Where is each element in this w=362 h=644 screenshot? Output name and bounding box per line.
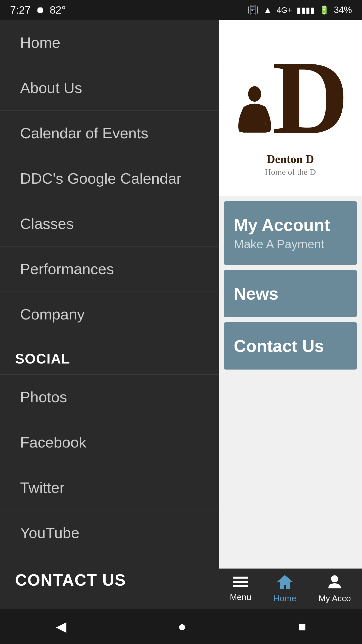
sidebar-item-label: Calendar of Events xyxy=(20,125,148,142)
sidebar-item-label: Home xyxy=(20,34,60,51)
sidebar-item-company[interactable]: Company xyxy=(0,292,219,337)
svg-rect-3 xyxy=(233,585,248,587)
bottom-nav-home[interactable]: Home xyxy=(274,574,296,603)
contact-us-footer-label[interactable]: CONTACT US xyxy=(0,555,219,605)
menu-icon xyxy=(233,576,248,591)
account-icon xyxy=(327,574,342,592)
sidebar-item-ddcs-google-calendar[interactable]: DDC's Google Calendar xyxy=(0,156,219,201)
social-section-header: SOCIAL xyxy=(0,337,219,375)
sidebar-item-calendar-of-events[interactable]: Calendar of Events xyxy=(0,111,219,156)
svg-rect-1 xyxy=(233,577,248,579)
signal-icon: 4G+ xyxy=(277,6,292,15)
bottom-nav-account[interactable]: My Acco xyxy=(319,574,351,603)
time-display: 7:27 xyxy=(10,4,31,16)
bottom-nav-home-label: Home xyxy=(274,593,296,603)
sidebar-item-label: About Us xyxy=(20,79,82,97)
sidebar-item-facebook[interactable]: Facebook xyxy=(0,420,219,465)
android-recent-button[interactable]: ■ xyxy=(298,618,306,634)
home-icon xyxy=(277,574,293,592)
sidebar-item-label: Company xyxy=(20,306,85,323)
sidebar-item-about-us[interactable]: About Us xyxy=(0,65,219,111)
sidebar-item-label: Facebook xyxy=(20,434,86,451)
vibrate-icon: 📳 xyxy=(247,5,259,15)
sidebar-drawer: Home About Us Calendar of Events DDC's G… xyxy=(0,20,219,609)
sidebar-item-label: Photos xyxy=(20,388,67,406)
android-nav-bar: ◀ ● ■ xyxy=(0,609,362,644)
svg-rect-2 xyxy=(233,581,248,583)
my-account-card-title: My Account xyxy=(234,215,347,235)
android-back-button[interactable]: ◀ xyxy=(56,618,66,634)
bottom-navigation: Menu Home My Acco xyxy=(219,569,362,609)
temperature-display: 82° xyxy=(50,4,66,16)
battery-percent: 34% xyxy=(334,5,352,15)
sidebar-item-label: Performances xyxy=(20,260,114,278)
sidebar-item-home[interactable]: Home xyxy=(0,20,219,65)
sidebar-item-label: Classes xyxy=(20,215,74,232)
logo-area: D Denton D Home of the D xyxy=(219,20,362,196)
news-card[interactable]: News xyxy=(224,270,357,317)
svg-point-5 xyxy=(331,575,338,582)
sidebar-item-photos[interactable]: Photos xyxy=(0,375,219,420)
status-left: 7:27 ⏺ 82° xyxy=(10,4,66,16)
sidebar-item-youtube[interactable]: YouTube xyxy=(0,510,219,555)
svg-point-0 xyxy=(248,86,261,101)
sidebar-item-twitter[interactable]: Twitter xyxy=(0,465,219,510)
recorder-icon: ⏺ xyxy=(36,5,45,15)
right-panel: D Denton D Home of the D My Account Make… xyxy=(219,20,362,609)
my-account-card-subtitle: Make A Payment xyxy=(234,237,347,251)
wifi-icon: ▲ xyxy=(263,5,272,15)
sidebar-item-classes[interactable]: Classes xyxy=(0,201,219,247)
bottom-nav-account-label: My Acco xyxy=(319,593,351,603)
logo-name: Denton D xyxy=(267,152,314,166)
sidebar-item-label: Twitter xyxy=(20,479,65,496)
android-home-button[interactable]: ● xyxy=(178,618,186,634)
sidebar-item-performances[interactable]: Performances xyxy=(0,247,219,292)
status-right: 📳 ▲ 4G+ ▮▮▮▮ 🔋 34% xyxy=(247,5,352,15)
news-card-title: News xyxy=(234,284,347,303)
logo-subtitle: Home of the D xyxy=(265,167,316,177)
status-bar: 7:27 ⏺ 82° 📳 ▲ 4G+ ▮▮▮▮ 🔋 34% xyxy=(0,0,362,20)
my-account-card[interactable]: My Account Make A Payment xyxy=(224,201,357,265)
svg-marker-4 xyxy=(277,575,293,589)
signal-bars-icon: ▮▮▮▮ xyxy=(297,5,315,15)
figure-silhouette xyxy=(232,85,277,150)
sidebar-item-label: DDC's Google Calendar xyxy=(20,170,182,187)
contact-us-card-title: Contact Us xyxy=(234,336,347,356)
contact-us-card[interactable]: Contact Us xyxy=(224,322,357,370)
bottom-nav-menu-label: Menu xyxy=(230,592,251,602)
logo-letter: D xyxy=(272,45,348,150)
sidebar-item-label: YouTube xyxy=(20,524,79,542)
bottom-nav-menu[interactable]: Menu xyxy=(230,576,251,602)
battery-icon: 🔋 xyxy=(319,5,329,15)
